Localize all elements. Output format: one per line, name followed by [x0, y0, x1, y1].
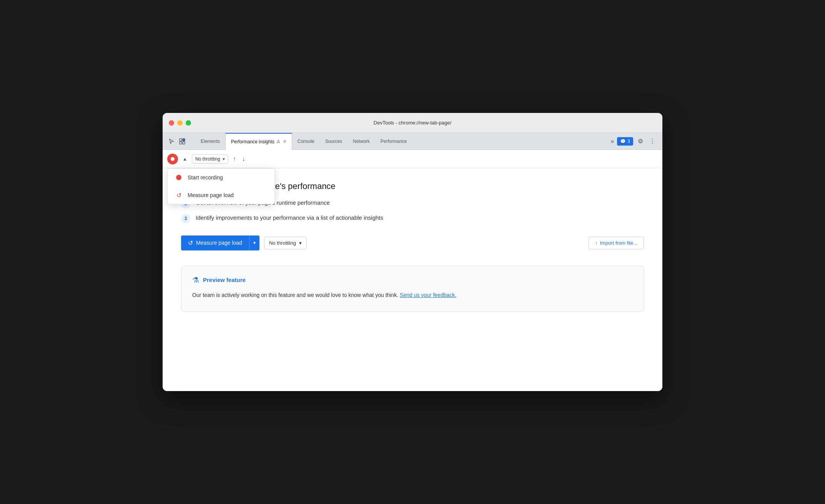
feedback-link[interactable]: Send us your feedback. [400, 292, 456, 298]
step-num-3: 3 [181, 214, 190, 223]
throttle-selector[interactable]: No throttling ▾ [192, 154, 228, 164]
step-item-3: 3 Identify improvements to your performa… [181, 214, 644, 223]
throttle-label: No throttling [195, 156, 220, 162]
measure-page-load-label: Measure page load [188, 192, 234, 198]
tab-network[interactable]: Network [348, 133, 375, 149]
throttle-main-label: No throttling [269, 240, 296, 246]
inspect-icon[interactable] [178, 137, 186, 146]
close-button[interactable] [169, 120, 174, 126]
tab-close-icon[interactable]: ✕ [283, 139, 286, 144]
chat-button[interactable]: 💬 3 [617, 137, 633, 146]
measure-page-load-button[interactable]: ↺ Measure page load [181, 235, 249, 250]
flask-icon: ⚗ [192, 275, 199, 285]
tabs-container: Elements Performance insights ⚠ ✕ Consol… [195, 133, 607, 149]
action-bar: ↺ Measure page load ▾ No throttling ▾ ↑ … [181, 235, 644, 250]
measure-btn-group: ↺ Measure page load ▾ [181, 235, 259, 250]
more-options-button[interactable]: ⋮ [648, 136, 657, 146]
start-recording-label: Start recording [188, 174, 223, 181]
maximize-button[interactable] [186, 120, 191, 126]
upload-button[interactable]: ↑ [231, 154, 238, 164]
more-tabs-button[interactable]: » [610, 138, 614, 145]
import-icon: ↑ [595, 240, 598, 246]
throttle-main-arrow: ▾ [299, 240, 302, 246]
tab-performance-insights[interactable]: Performance insights ⚠ ✕ [225, 133, 292, 149]
throttle-arrow: ▾ [223, 156, 225, 162]
svg-rect-2 [180, 142, 182, 144]
chat-icon: 💬 [620, 139, 626, 144]
toolbar-wrapper: ▲ No throttling ▾ ↑ ↓ Start recording ↺ … [163, 150, 662, 168]
tab-bar: Elements Performance insights ⚠ ✕ Consol… [163, 133, 662, 150]
measure-reload-icon: ↺ [175, 192, 182, 199]
preview-title: Preview feature [203, 277, 246, 283]
start-recording-icon [175, 174, 182, 181]
dropdown-item-measure-page-load[interactable]: ↺ Measure page load [168, 186, 274, 204]
toolbar: ▲ No throttling ▾ ↑ ↓ [163, 150, 662, 168]
record-dropdown-menu: Start recording ↺ Measure page load [167, 168, 275, 204]
svg-rect-1 [183, 139, 185, 141]
throttle-selector-main[interactable]: No throttling ▾ [264, 237, 307, 249]
tab-console[interactable]: Console [292, 133, 320, 149]
tab-elements[interactable]: Elements [195, 133, 225, 149]
tab-bar-left-icons [164, 133, 195, 149]
dropdown-item-start-recording[interactable]: Start recording [168, 169, 274, 186]
tab-sources[interactable]: Sources [320, 133, 348, 149]
step-text-3: Identify improvements to your performanc… [196, 214, 383, 222]
window-title: DevTools - chrome://new-tab-page/ [374, 120, 451, 126]
download-button[interactable]: ↓ [241, 154, 247, 164]
svg-rect-3 [183, 142, 185, 144]
title-bar: DevTools - chrome://new-tab-page/ [163, 113, 662, 133]
tab-bar-right: » 💬 3 ⚙ ⋮ [607, 133, 661, 149]
minimize-button[interactable] [177, 120, 183, 126]
record-dot [171, 157, 175, 161]
measure-btn-label: Measure page load [196, 240, 242, 246]
measure-dropdown-button[interactable]: ▾ [249, 235, 259, 250]
svg-rect-0 [180, 139, 182, 141]
cursor-icon[interactable] [167, 137, 176, 146]
preview-text: Our team is actively working on this fea… [192, 291, 633, 299]
import-btn-label: Import from file... [600, 240, 637, 246]
devtools-window: DevTools - chrome://new-tab-page/ [163, 113, 662, 391]
record-button[interactable] [167, 154, 178, 164]
preview-feature-box: ⚗ Preview feature Our team is actively w… [181, 266, 644, 312]
chat-count: 3 [627, 139, 630, 144]
settings-button[interactable]: ⚙ [636, 136, 645, 146]
measure-reload-icon: ↺ [188, 239, 193, 247]
tab-performance[interactable]: Performance [375, 133, 412, 149]
window-controls [169, 120, 191, 126]
preview-header: ⚗ Preview feature [192, 275, 633, 285]
warn-icon: ⚠ [276, 139, 280, 144]
record-dropdown-button[interactable]: ▲ [181, 156, 189, 162]
import-from-file-button[interactable]: ↑ Import from file... [589, 237, 644, 249]
